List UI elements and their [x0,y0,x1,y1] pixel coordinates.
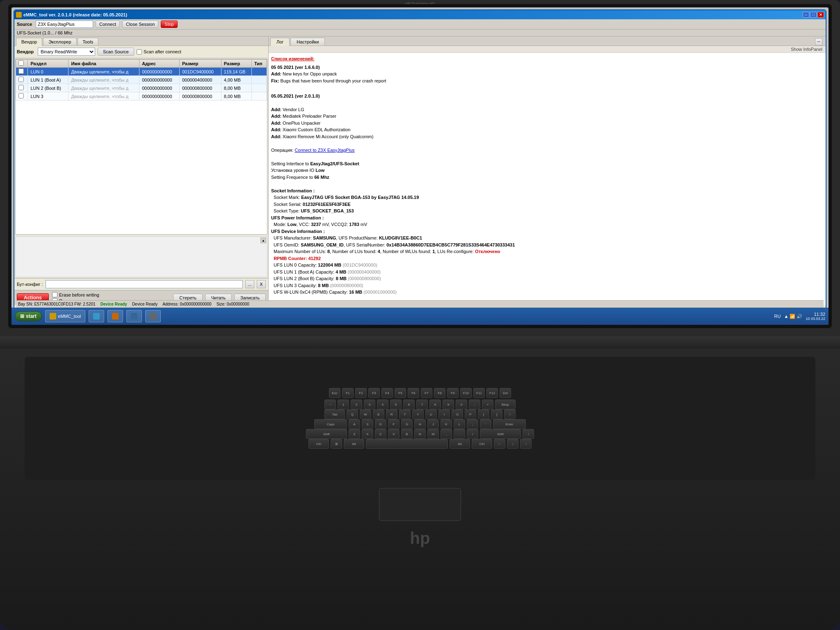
key-o[interactable]: O [452,409,463,419]
row-check-2[interactable] [18,85,24,90]
key-w[interactable]: W [360,409,371,419]
boot-config-close-button[interactable]: X [257,280,266,288]
boot-config-dots-button[interactable]: ... [245,280,254,288]
key-z[interactable]: Z [349,429,360,439]
connect-button[interactable]: Connect [96,21,120,28]
key-v[interactable]: V [388,429,399,439]
key-space[interactable] [366,439,448,449]
key-p[interactable]: P [465,409,476,419]
key-q[interactable]: Q [347,409,358,419]
key-h[interactable]: H [414,419,426,429]
key-d[interactable]: D [375,419,386,429]
key-tab[interactable]: Tab [324,409,345,419]
key-6[interactable]: 6 [403,399,415,409]
taskbar-emmc-item[interactable]: eMMC_tool [45,310,85,322]
key-y[interactable]: Y [412,409,424,419]
key-enter[interactable]: Enter [493,419,526,429]
row-check-0[interactable] [18,68,24,74]
key-minus[interactable]: - [469,399,480,409]
key-9[interactable]: 9 [443,399,454,409]
key-caps[interactable]: Caps [314,419,347,429]
key-x[interactable]: X [362,429,373,439]
key-shift-l[interactable]: Shift [306,429,347,439]
tab-vendor[interactable]: Вендор [16,38,42,46]
key-alt-r[interactable]: Alt [450,439,470,449]
key-left[interactable]: ← [494,439,505,449]
key-f3[interactable]: F3 [368,388,380,398]
key-u[interactable]: U [425,409,437,419]
vendor-select[interactable]: Binary Read/Write [38,48,95,56]
key-0[interactable]: 0 [456,399,467,409]
table-row[interactable]: LUN 1 (Boot A) Дважды щелкните, чтобы д … [16,76,267,84]
key-e[interactable]: E [373,409,384,419]
source-input[interactable] [36,21,93,28]
key-backspace[interactable]: Bksp [495,399,516,409]
key-7[interactable]: 7 [416,399,428,409]
key-f9[interactable]: F9 [447,388,459,398]
taskbar-item-4[interactable] [126,310,142,322]
key-semicolon[interactable]: ; [467,419,478,429]
scan-source-button[interactable]: Scan Source [98,48,134,56]
select-all-checkbox[interactable] [18,60,24,66]
tab-explorer[interactable]: Эксплорер [43,38,76,46]
stop-button[interactable]: Stop [161,21,178,28]
key-down[interactable]: ↓ [507,439,518,449]
key-quote[interactable]: ' [480,419,491,429]
key-f4[interactable]: F4 [381,388,393,398]
key-g[interactable]: G [401,419,413,429]
tab-tools[interactable]: Tools [78,38,99,46]
key-l[interactable]: L [454,419,465,429]
minimize-button[interactable]: ─ [803,12,809,18]
key-f1[interactable]: F1 [342,388,354,398]
key-2[interactable]: 2 [351,399,362,409]
key-right[interactable]: → [520,439,532,449]
key-5[interactable]: 5 [390,399,402,409]
close-session-button[interactable]: Close Session [122,21,158,28]
taskbar-item-2[interactable] [89,310,104,322]
key-i[interactable]: I [438,409,450,419]
tab-settings[interactable]: Настройки [290,38,325,46]
key-tilde[interactable]: ~ [324,399,336,409]
key-f6[interactable]: F6 [408,388,419,398]
key-b[interactable]: B [401,429,413,439]
key-f12[interactable]: F12 [486,388,498,398]
key-s[interactable]: S [362,419,373,429]
key-f11[interactable]: F11 [473,388,485,398]
touchpad[interactable] [379,488,461,521]
tab-log[interactable]: Лог [270,38,290,46]
table-row[interactable]: LUN 3 Дважды щелкните, чтобы д 000000000… [16,92,267,100]
key-f2[interactable]: F2 [355,388,367,398]
key-ctrl-r[interactable]: Ctrl [472,439,492,449]
key-m[interactable]: M [427,429,439,439]
key-k[interactable]: K [441,419,452,429]
key-shift-r[interactable]: Shift [480,429,521,439]
key-a[interactable]: A [349,419,360,429]
key-f5[interactable]: F5 [395,388,406,398]
taskbar-item-5[interactable] [145,310,161,322]
key-up[interactable]: ↑ [523,429,534,439]
key-alt-l[interactable]: Alt [344,439,364,449]
key-f10[interactable]: F10 [460,388,472,398]
key-ctrl-l[interactable]: Ctrl [308,439,329,449]
key-rbracket[interactable]: ] [491,409,502,419]
key-n[interactable]: N [414,429,426,439]
close-button[interactable]: ✕ [817,12,824,18]
row-check-3[interactable] [18,93,24,98]
scan-after-connect-checkbox[interactable] [137,49,142,55]
key-plus[interactable]: + [482,399,493,409]
key-esc[interactable]: Esc [329,388,340,398]
key-f[interactable]: F [388,419,399,429]
key-del[interactable]: Del [500,388,511,398]
right-minimize-button[interactable]: ─ [815,38,822,46]
log-content[interactable]: Список изменений: 05 05 2021 (ver 1.6.6.… [269,53,826,305]
key-slash[interactable]: / [467,429,478,439]
key-j[interactable]: J [427,419,439,429]
key-f8[interactable]: F8 [434,388,445,398]
key-lbracket[interactable]: [ [478,409,489,419]
key-comma[interactable]: , [441,429,452,439]
key-8[interactable]: 8 [429,399,441,409]
key-3[interactable]: 3 [364,399,375,409]
key-1[interactable]: 1 [338,399,349,409]
taskbar-item-3[interactable] [107,310,123,322]
key-backslash[interactable]: \ [504,409,516,419]
